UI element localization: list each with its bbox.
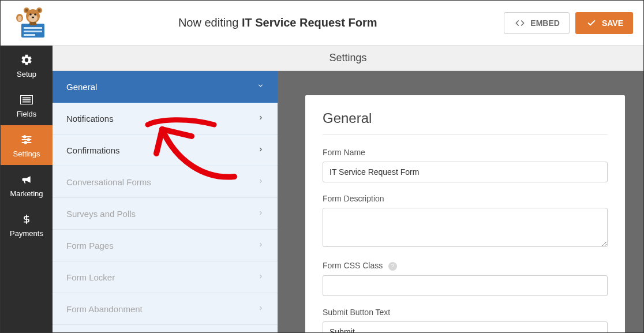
chevron-right-icon (258, 273, 264, 281)
list-icon (20, 93, 33, 106)
svg-point-23 (24, 136, 25, 137)
embed-button[interactable]: EMBED (504, 12, 570, 34)
form-css-class-label: Form CSS Class ? (323, 261, 608, 271)
field-form-description: Form Description (323, 194, 608, 249)
svg-point-25 (25, 141, 27, 143)
form-css-class-input[interactable] (323, 275, 608, 296)
settings-menu-item-general[interactable]: General (53, 71, 278, 103)
chevron-right-icon (258, 241, 264, 249)
save-button[interactable]: SAVE (575, 12, 633, 34)
nav-item-label: Setup (17, 70, 36, 78)
settings-panel-wrap: General Form Name Form Description Form … (278, 71, 643, 333)
editing-form-title: IT Service Request Form (242, 16, 377, 29)
embed-button-label: EMBED (530, 18, 560, 28)
svg-point-24 (28, 139, 29, 140)
top-bar: Now editing IT Service Request Form EMBE… (1, 1, 643, 46)
field-form-name: Form Name (323, 148, 608, 182)
topbar-actions: EMBED SAVE (504, 12, 633, 34)
nav-item-label: Payments (10, 229, 43, 238)
chevron-right-icon (258, 146, 264, 154)
primary-nav: Setup Fields Settings Marketing Payments (1, 46, 53, 333)
nav-item-marketing[interactable]: Marketing (1, 165, 53, 205)
form-name-label: Form Name (323, 148, 608, 157)
save-button-label: SAVE (602, 18, 623, 28)
settings-menu-item-label: Confirmations (66, 145, 120, 155)
settings-menu-item-label: Conversational Forms (66, 177, 151, 187)
svg-rect-12 (24, 27, 42, 29)
dollar-icon (20, 213, 33, 226)
svg-rect-14 (24, 34, 35, 36)
settings-menu-item-form-pages[interactable]: Form Pages (53, 230, 278, 261)
form-css-class-label-text: Form CSS Class (323, 261, 383, 270)
svg-rect-13 (24, 31, 42, 32)
settings-menu-item-form-abandonment[interactable]: Form Abandonment (53, 293, 278, 325)
settings-menu-item-label: Form Pages (66, 241, 114, 250)
nav-item-label: Fields (17, 110, 37, 118)
settings-menu-item-conversational-forms[interactable]: Conversational Forms (53, 166, 278, 198)
settings-menu-item-surveys-polls[interactable]: Surveys and Polls (53, 198, 278, 230)
form-description-input[interactable] (323, 208, 608, 247)
workspace-title: Settings (329, 52, 366, 64)
editing-context: Now editing IT Service Request Form (51, 16, 504, 29)
field-submit-button-text: Submit Button Text (323, 308, 608, 333)
gear-icon (20, 54, 33, 66)
help-icon[interactable]: ? (388, 262, 397, 271)
megaphone-icon (20, 173, 33, 186)
settings-panel-general: General Form Name Form Description Form … (305, 95, 625, 333)
form-description-label: Form Description (323, 194, 608, 203)
submit-button-text-input[interactable] (323, 321, 608, 333)
svg-point-7 (34, 13, 36, 16)
svg-point-3 (25, 9, 28, 12)
field-form-css-class: Form CSS Class ? (323, 261, 608, 296)
svg-point-10 (18, 16, 22, 21)
nav-item-label: Settings (13, 149, 40, 158)
panel-heading: General (323, 110, 608, 135)
svg-rect-15 (29, 22, 36, 25)
check-icon (585, 17, 598, 29)
svg-point-8 (32, 16, 34, 18)
app-logo (11, 8, 51, 39)
settings-menu-item-notifications[interactable]: Notifications (53, 103, 278, 134)
form-name-input[interactable] (323, 162, 608, 182)
chevron-down-icon (257, 83, 264, 91)
nav-item-label: Marketing (10, 189, 43, 198)
submit-button-text-label: Submit Button Text (323, 308, 608, 317)
nav-item-payments[interactable]: Payments (1, 205, 53, 245)
settings-menu-item-form-locker[interactable]: Form Locker (53, 261, 278, 293)
nav-item-fields[interactable]: Fields (1, 85, 53, 125)
code-icon (514, 17, 526, 29)
chevron-right-icon (258, 114, 264, 122)
workspace-header: Settings (53, 46, 643, 71)
chevron-right-icon (258, 209, 264, 218)
settings-menu-item-label: Surveys and Polls (66, 209, 136, 219)
nav-item-setup[interactable]: Setup (1, 46, 53, 85)
svg-point-6 (29, 13, 32, 16)
chevron-right-icon (258, 178, 264, 186)
workspace: Settings General Notifications (53, 46, 643, 333)
nav-item-settings[interactable]: Settings (1, 125, 53, 165)
settings-menu-item-label: Form Locker (66, 272, 115, 282)
svg-point-4 (38, 9, 41, 12)
sliders-icon (20, 133, 33, 146)
settings-menu-item-label: Form Abandonment (66, 304, 143, 314)
settings-menu-item-confirmations[interactable]: Confirmations (53, 134, 278, 166)
chevron-right-icon (258, 305, 264, 313)
settings-menu-item-label: General (66, 82, 97, 92)
settings-menu: General Notifications Confirmations (53, 71, 278, 333)
settings-menu-item-label: Notifications (66, 114, 114, 124)
editing-prefix: Now editing (178, 16, 242, 29)
